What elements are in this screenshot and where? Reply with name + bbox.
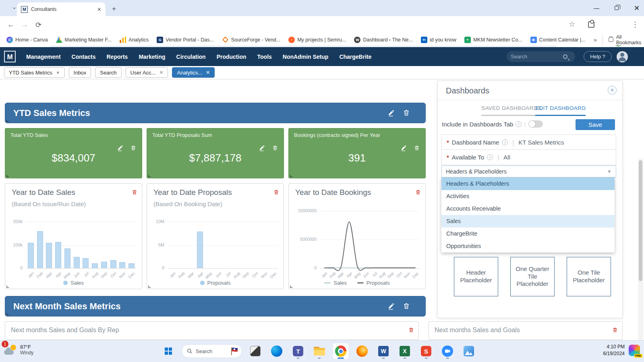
bookmark-star-icon[interactable]: ☆: [569, 20, 575, 29]
app-search[interactable]: [507, 51, 575, 62]
legend-item-sales[interactable]: Sales: [63, 280, 84, 286]
bookmark-item[interactable]: WDashboard ‹ The Ne...: [352, 35, 415, 44]
widget-type-combobox[interactable]: ▼: [441, 165, 616, 178]
available-to-value[interactable]: All: [503, 154, 510, 161]
copilot-icon[interactable]: PRE: [629, 345, 640, 356]
bookmark-item[interactable]: Analytics: [117, 35, 151, 44]
bar-jun[interactable]: [74, 257, 80, 268]
browser-menu-icon[interactable]: ⋮: [632, 20, 639, 29]
taskbar-teams-icon[interactable]: T: [290, 343, 306, 359]
bar-feb[interactable]: [37, 231, 43, 268]
tab-edit-dashboard[interactable]: EDIT DASHBOARD: [535, 105, 586, 116]
taskbar-chrome-icon[interactable]: [333, 343, 349, 359]
bar-jul[interactable]: [83, 258, 89, 268]
dropdown-option-opportunities[interactable]: Opportunities: [441, 240, 615, 252]
bar-mar[interactable]: [46, 243, 52, 268]
bar-apr[interactable]: [55, 242, 61, 268]
taskbar-word-icon[interactable]: W: [375, 343, 391, 359]
bar-aug[interactable]: [92, 263, 98, 268]
tile-one-tile-placeholder[interactable]: One Tile Placeholder: [567, 257, 611, 296]
bar-oct[interactable]: [110, 260, 116, 268]
edit-section-icon[interactable]: [388, 109, 396, 117]
bookmarks-overflow-icon[interactable]: »: [594, 36, 597, 43]
page-scrollbar[interactable]: [638, 159, 643, 340]
edit-metric-icon[interactable]: [259, 145, 266, 151]
dropdown-option-activities[interactable]: Activities: [441, 190, 615, 203]
taskbar-excel-icon[interactable]: X: [397, 343, 413, 359]
taskbar-zoom-icon[interactable]: [439, 343, 456, 359]
tile-one-quarter-tile-placeholder[interactable]: One Quarter Tile Placeholder: [510, 257, 555, 296]
resize-handle[interactable]: [290, 285, 292, 288]
taskbar-snagit-icon[interactable]: S: [418, 343, 434, 359]
edit-section-icon[interactable]: [388, 302, 396, 310]
bookmark-item[interactable]: inid you know: [418, 35, 459, 44]
delete-chart-icon[interactable]: [132, 189, 137, 195]
nav-item-management[interactable]: Management: [26, 54, 61, 60]
bar-nov[interactable]: [119, 262, 125, 268]
nav-item-chargebrite[interactable]: ChargeBrite: [339, 54, 371, 60]
app-tab-user-acc-[interactable]: User Acc...✕: [126, 67, 168, 78]
weather-widget[interactable]: 1 87°F Windy: [4, 343, 33, 356]
taskbar-clock[interactable]: 4:10 PM 6/19/2024: [603, 343, 625, 358]
tab-search-icon[interactable]: ⌄: [12, 4, 17, 10]
delete-chart-icon[interactable]: [273, 189, 279, 195]
user-avatar[interactable]: [617, 51, 628, 62]
delete-widget-icon[interactable]: [408, 327, 414, 333]
include-toggle[interactable]: [528, 120, 543, 128]
scrollbar-thumb[interactable]: [639, 160, 642, 281]
tab-close-icon[interactable]: ✕: [97, 6, 101, 12]
all-bookmarks-button[interactable]: All Bookmarks: [603, 34, 642, 46]
app-tab-analytics-[interactable]: Analytics...✕: [172, 67, 215, 78]
app-tab-search[interactable]: Search: [95, 67, 121, 78]
legend-item-proposals[interactable]: Proposals: [200, 280, 231, 286]
bar-apr[interactable]: [197, 232, 203, 268]
help-button[interactable]: Help ?: [584, 51, 612, 62]
resize-handle[interactable]: [148, 285, 151, 288]
chevron-down-icon[interactable]: ▼: [56, 70, 60, 75]
info-icon[interactable]: i: [516, 121, 522, 127]
dashboard-name-value[interactable]: KT Sales Metrics: [518, 139, 564, 146]
delete-widget-icon[interactable]: [612, 327, 618, 333]
nav-item-tools[interactable]: Tools: [257, 54, 272, 60]
tab-close-icon[interactable]: ✕: [159, 70, 163, 75]
tile-header-placeholder[interactable]: Header Placeholder: [454, 257, 498, 296]
window-minimize-icon[interactable]: —: [592, 5, 601, 11]
legend-item-sales[interactable]: Sales: [324, 280, 347, 286]
edit-metric-icon[interactable]: [117, 145, 124, 151]
resize-handle[interactable]: [290, 175, 292, 177]
window-close-icon[interactable]: ✕: [633, 4, 641, 12]
widget-type-input[interactable]: [446, 168, 607, 175]
taskbar-search[interactable]: Search: [182, 344, 242, 358]
dropdown-option-accounts-receivable[interactable]: Accounts Receivable: [441, 203, 615, 215]
taskbar-photos-icon[interactable]: [461, 343, 477, 359]
nav-item-contacts[interactable]: Contacts: [72, 54, 96, 60]
delete-section-icon[interactable]: [403, 302, 410, 310]
back-icon[interactable]: ←: [7, 21, 14, 29]
taskbar-stickynotes-icon[interactable]: [247, 343, 263, 359]
nav-item-nonadmin-setup[interactable]: NonAdmin Setup: [283, 54, 329, 60]
bookmark-item[interactable]: SourceForge - Vend...: [219, 36, 283, 44]
forward-icon[interactable]: →: [21, 21, 28, 29]
nav-item-reports[interactable]: Reports: [106, 54, 128, 60]
bookmark-item[interactable]: +MKM Newsletter Co...: [462, 35, 525, 44]
app-search-input[interactable]: [511, 54, 563, 60]
bookmark-item[interactable]: ·My projects | Semru...: [286, 35, 348, 44]
legend-item-proposals[interactable]: Proposals: [357, 280, 390, 286]
taskbar-edge-icon[interactable]: [269, 343, 285, 359]
bar-may[interactable]: [64, 248, 70, 268]
extensions-icon[interactable]: [588, 21, 594, 28]
nav-item-circulation[interactable]: Circulation: [176, 54, 206, 60]
info-icon[interactable]: i: [502, 139, 508, 145]
tab-close-icon[interactable]: ✕: [206, 70, 210, 75]
dropdown-option-sales[interactable]: Sales: [441, 215, 615, 228]
reload-icon[interactable]: ⟳: [35, 21, 41, 29]
new-tab-icon[interactable]: +: [112, 5, 116, 13]
bookmark-item[interactable]: GVendor Portal - Das...: [154, 35, 216, 44]
window-restore-icon[interactable]: [613, 5, 621, 11]
panel-close-icon[interactable]: ✕: [608, 86, 617, 95]
app-logo[interactable]: M: [4, 51, 16, 62]
dropdown-option-chargebrite[interactable]: ChargeBrite: [441, 228, 615, 240]
bookmark-item[interactable]: ▦Content Calendar |...: [528, 35, 588, 44]
edit-metric-icon[interactable]: [401, 145, 408, 151]
save-button[interactable]: Save: [576, 119, 615, 130]
